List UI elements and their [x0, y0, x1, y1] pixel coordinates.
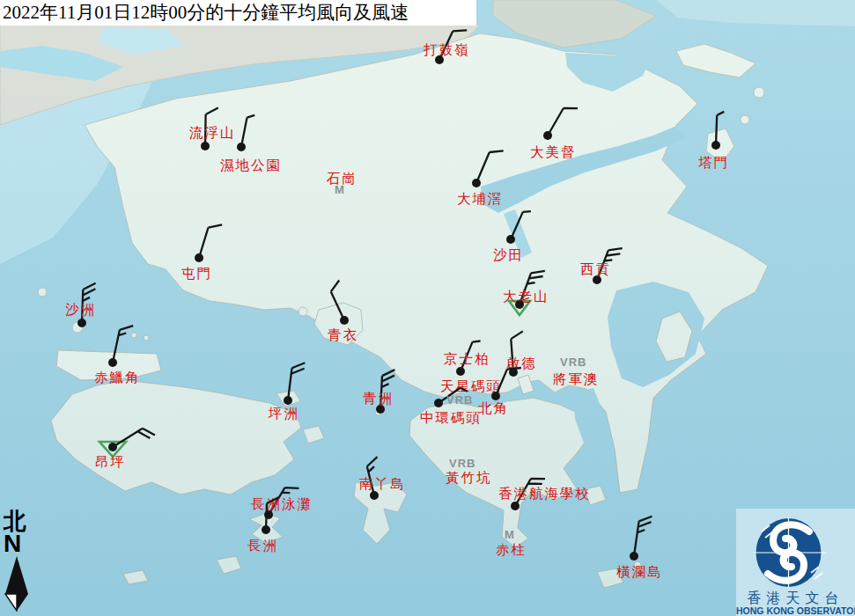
station-label-north-point: 北角: [478, 400, 509, 418]
station-dot: [630, 552, 638, 561]
wind-barb-stem: [113, 429, 155, 447]
station-label-kai-tak: 啟德: [506, 355, 537, 373]
wind-barb-chek-lap-kok: [69, 319, 157, 407]
wind-barb-stem: [716, 112, 724, 145]
station-label-tuen-mun: 屯門: [181, 265, 212, 283]
station-label-tseung-kwan-o: 將軍澳: [553, 370, 600, 389]
wind-barb-stem: [476, 150, 504, 183]
wind-barb-ngong-ping: [69, 403, 157, 491]
station-label-wong-chuk-hang: 黃竹坑: [446, 469, 492, 488]
wind-barb-tai-mei-tuk: [504, 92, 592, 180]
station-dot: [237, 143, 246, 151]
north-compass: 北 N: [2, 510, 37, 612]
wind-barb-tap-mun: [672, 101, 760, 189]
station-dot: [434, 399, 443, 407]
m-marker-shek-kong: M: [335, 183, 345, 196]
station-label-sha-chau: 沙洲: [65, 301, 96, 319]
station-label-sai-kung: 西貢: [580, 260, 611, 279]
station-label-green-island: 青洲: [363, 390, 394, 408]
station-dot: [472, 179, 481, 187]
wind-barb-lamma-island: [330, 451, 418, 539]
station-dot: [108, 443, 117, 451]
station-dot: [711, 141, 720, 150]
hko-logo: 香港天文台 HONG KONG OBSERVATORY: [736, 509, 855, 616]
wind-barb-sha-chau: [38, 279, 126, 367]
wind-barb-waglan-island: [590, 512, 678, 600]
station-label-tai-po-kau: 大埔滘: [457, 190, 504, 209]
m-marker-stanley: M: [505, 528, 515, 541]
station-label-cheung-chau-beach: 長洲泳灘: [251, 495, 313, 514]
stations-layer: 打鼓嶺流浮山濕地公園石崗M大美督塔門大埔滘沙田屯門沙洲西貢大老山青衣赤鱲角京士柏…: [0, 0, 855, 616]
wind-barb-stem: [634, 517, 652, 556]
station-dot: [195, 253, 203, 262]
wind-barb-wetland-park: [197, 103, 285, 191]
station-label-wetland-park: 濕地公園: [220, 157, 282, 175]
station-label-lau-fau-shan: 流浮山: [189, 124, 236, 143]
wind-barb-stem: [548, 108, 578, 136]
station-dot: [543, 131, 552, 140]
hko-name-english: HONG KONG OBSERVATORY: [736, 605, 855, 616]
wind-barb-stem: [199, 224, 222, 258]
wind-barb-tai-po-kau: [432, 139, 520, 227]
station-label-sha-tin: 沙田: [493, 246, 524, 265]
station-label-chek-lap-kok: 赤鱲角: [94, 369, 141, 387]
station-label-hk-sea-school: 香港航海學校: [498, 485, 591, 503]
station-dot: [201, 142, 210, 150]
wind-barb-stem: [511, 211, 531, 239]
station-label-central-pier: 中環碼頭: [420, 409, 482, 428]
vrb-marker-tseung-kwan-o: VRB: [560, 356, 586, 369]
station-label-tap-mun: 塔門: [698, 154, 729, 172]
wind-barb-lau-fau-shan: [161, 102, 249, 190]
vrb-marker-wong-chuk-hang: VRB: [449, 457, 475, 470]
weather-wind-map: 打鼓嶺流浮山濕地公園石崗M大美督塔門大埔滘沙田屯門沙洲西貢大老山青衣赤鱲角京士柏…: [0, 0, 855, 616]
wind-barb-peng-chau: [244, 356, 332, 444]
station-label-ngong-ping: 昂坪: [95, 453, 126, 472]
wind-barb-tsing-yi: [300, 276, 388, 364]
wind-barb-sai-kung: [553, 236, 641, 324]
station-label-stanley: 赤柱: [496, 541, 527, 560]
wind-barb-stem: [113, 326, 133, 363]
station-label-tai-mei-tuk: 大美督: [530, 143, 577, 162]
map-title: 2022年11月01日12時00分的十分鐘平均風向及風速: [3, 2, 409, 23]
wind-barb-stem: [241, 115, 254, 147]
station-dot: [108, 358, 117, 367]
compass-needle-icon: [4, 555, 30, 612]
wind-barb-stem: [331, 281, 344, 321]
station-label-ta-kwu-ling: 打鼓嶺: [424, 41, 470, 60]
station-label-peng-chau: 坪洲: [269, 405, 299, 423]
compass-north-letter: N: [4, 533, 37, 554]
station-dot: [284, 396, 292, 405]
station-label-tsing-yi: 青衣: [328, 326, 358, 345]
station-dot: [77, 319, 86, 327]
station-label-lamma-island: 南丫島: [359, 475, 406, 494]
station-label-kings-park: 京士柏: [444, 350, 490, 369]
station-dot: [506, 235, 515, 244]
station-label-tates-cairn: 大老山: [503, 288, 549, 306]
wind-barb-sha-tin: [467, 195, 555, 283]
hko-emblem-icon: [736, 509, 855, 590]
wind-barb-tuen-mun: [155, 214, 243, 302]
wind-barb-ta-kwu-ling: [395, 16, 483, 104]
title-bar: 2022年11月01日12時00分的十分鐘平均風向及風速: [0, 0, 476, 26]
wind-barb-green-island: [336, 365, 424, 453]
wind-barb-stem: [288, 363, 305, 400]
station-label-waglan-island: 橫瀾島: [616, 563, 663, 582]
station-label-cheung-chau: 長洲: [247, 537, 278, 555]
station-dot: [262, 525, 270, 534]
station-dot: [340, 316, 349, 325]
vrb-marker-central-pier: VRB: [446, 393, 473, 407]
